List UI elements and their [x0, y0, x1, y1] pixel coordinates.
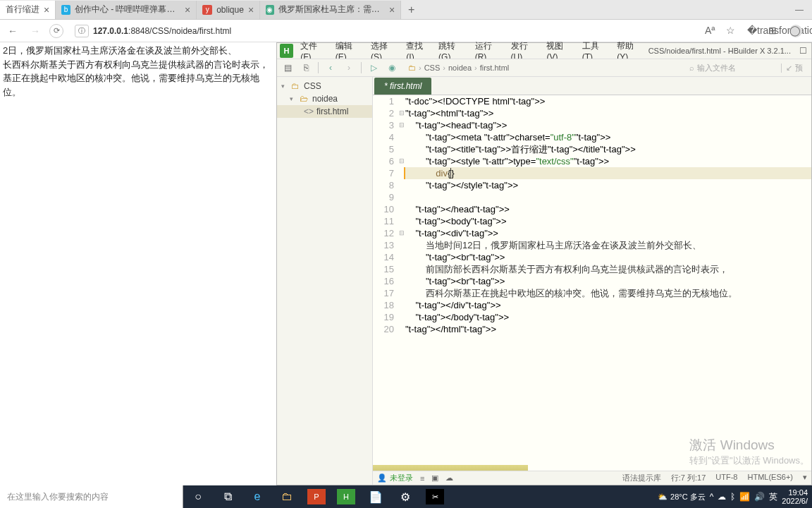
editor: * first.html 123456789101112131415161718…	[373, 77, 811, 485]
syntax-hint[interactable]: 语法提示库	[622, 473, 661, 483]
settings-icon[interactable]: ⚙	[390, 485, 420, 508]
clock[interactable]: 19:04 2022/6/	[782, 488, 808, 505]
ide-menubar: H 文件(F) 编辑(E) 选择(S) 查找(I) 跳转(G) 运行(R) 发行…	[277, 43, 811, 59]
explorer-icon[interactable]: 🗀	[272, 485, 302, 508]
login-status[interactable]: 👤未登录	[377, 473, 413, 483]
folder-open-icon: 🗁	[300, 94, 309, 104]
chevron-down-icon[interactable]: ▾	[281, 83, 288, 90]
horizontal-scrollbar[interactable]	[373, 465, 528, 471]
notepad-icon[interactable]: 📄	[361, 485, 390, 508]
weather-widget[interactable]: ⛅ 28°C 多云	[658, 492, 706, 502]
browser-tab-strip: 首行缩进 × b 创作中心 - 哔哩哔哩弹幕视频网 × y oblique × …	[0, 0, 812, 20]
weather-icon: ⛅	[658, 492, 668, 502]
html-file-icon: <>	[304, 107, 314, 116]
fold-gutter[interactable]: ⊟⊟⊟⊟	[398, 95, 405, 471]
indent-icon[interactable]: ≡	[420, 474, 424, 483]
new-tab-button[interactable]: +	[401, 4, 422, 16]
rendered-page: 2日，俄罗斯国家杜马主席沃洛金在谈及波兰前外交部长、 长西科尔斯基关于西方有权利…	[0, 42, 276, 485]
file-search-input[interactable]: ⌕ 输入文件名 ↙ 预	[689, 63, 808, 73]
system-tray: ⛅ 28°C 多云 ^ ☁ ᛒ 📶 🔊 英 19:04 2022/6/	[658, 488, 812, 505]
cloud-icon[interactable]: ☁	[445, 473, 453, 483]
ime-indicator[interactable]: 英	[769, 491, 777, 503]
editor-tab[interactable]: * first.html	[374, 78, 431, 95]
chevron-down-icon[interactable]: ▾	[803, 473, 807, 483]
breadcrumb: 🗀 › CSS › noidea › first.html	[408, 64, 509, 72]
browser-tab-3[interactable]: ◉ 俄罗斯国家杜马主席：需要维持… ×	[260, 1, 401, 19]
tree-root[interactable]: ▾ 🗀 CSS	[277, 80, 372, 92]
terminal-icon[interactable]: ▣	[431, 473, 438, 483]
close-icon[interactable]: ×	[389, 4, 395, 16]
toggle-sidebar-icon[interactable]: ▤	[280, 61, 295, 75]
ide-maximize-icon[interactable]: ☐	[795, 46, 811, 56]
chevron-down-icon[interactable]: ▾	[290, 95, 297, 102]
volume-icon[interactable]: 🔊	[754, 492, 765, 502]
wifi-icon[interactable]: 📶	[739, 492, 750, 502]
encoding[interactable]: UTF-8	[715, 473, 737, 483]
forward-button[interactable]: →	[27, 23, 44, 40]
folder-icon: 🗀	[291, 81, 301, 91]
site-info-icon[interactable]: ⓘ	[75, 25, 89, 37]
cloud-sync-icon[interactable]: ☁	[718, 492, 726, 502]
language-mode[interactable]: HTML(ES6+)	[748, 473, 794, 483]
user-icon: 👤	[377, 473, 387, 483]
favorites-bar-icon[interactable]: �transformations≡	[747, 25, 760, 37]
bilibili-icon: b	[61, 5, 70, 15]
close-icon[interactable]: ×	[248, 4, 254, 16]
ide-toolbar: ▤ ⎘ ‹ › ▷ ◉ 🗀 › CSS › noidea › first.htm…	[277, 59, 811, 77]
hbuilder-icon[interactable]: H	[337, 489, 355, 504]
close-icon[interactable]: ×	[44, 4, 49, 16]
bluetooth-icon[interactable]: ᛒ	[730, 492, 735, 502]
line-gutter: 1234567891011121314151617181920	[373, 95, 398, 471]
hbuilder-logo-icon: H	[280, 44, 293, 58]
tree-file[interactable]: <> first.html	[277, 105, 372, 118]
new-file-icon[interactable]: ⎘	[298, 61, 314, 75]
chevron-up-icon[interactable]: ^	[710, 492, 714, 502]
taskbar: 在这里输入你要搜索的内容 ○ ⧉ e 🗀 P H 📄 ⚙ ✂ ⛅ 28°C 多云…	[0, 485, 812, 508]
run-app-icon[interactable]: ◉	[384, 61, 400, 75]
globe-icon: ◉	[266, 5, 274, 15]
search-icon: ⌕	[689, 64, 694, 72]
edge-icon[interactable]: e	[242, 485, 272, 508]
tab-title: oblique	[216, 5, 244, 15]
tree-folder[interactable]: ▾ 🗁 noidea	[277, 92, 372, 105]
ide-window: H 文件(F) 编辑(E) 选择(S) 查找(I) 跳转(G) 运行(R) 发行…	[276, 42, 812, 485]
address-bar: ← → ⟳ ⓘ 127.0.0.1:8848/CSS/noidea/first.…	[0, 20, 812, 42]
browser-tab-1[interactable]: b 创作中心 - 哔哩哔哩弹幕视频网 ×	[56, 1, 197, 19]
reload-button[interactable]: ⟳	[49, 24, 63, 38]
cursor-position: 行:7 列:17	[671, 473, 706, 483]
cortana-icon[interactable]: ○	[183, 485, 213, 508]
capcut-icon[interactable]: ✂	[426, 489, 444, 504]
project-tree[interactable]: ▾ 🗀 CSS ▾ 🗁 noidea <> first.html	[277, 77, 373, 485]
tab-title: 首行缩进	[6, 4, 39, 16]
tab-title: 创作中心 - 哔哩哔哩弹幕视频网	[75, 4, 180, 16]
ide-window-title: CSS/noidea/first.html - HBuilder X 3.2.1…	[648, 47, 795, 55]
nav-back-icon[interactable]: ‹	[323, 61, 338, 75]
taskbar-search-input[interactable]: 在这里输入你要搜索的内容	[0, 485, 183, 508]
run-browser-icon[interactable]: ▷	[366, 61, 381, 75]
collections-icon[interactable]: ⊞	[768, 25, 781, 37]
ide-statusbar: 👤未登录 ≡ ▣ ☁ 语法提示库 行:7 列:17 UTF-8 HTML(ES6…	[373, 471, 811, 485]
close-icon[interactable]: ×	[185, 4, 190, 16]
back-button[interactable]: ←	[4, 23, 21, 40]
read-aloud-icon[interactable]: Aª	[705, 25, 718, 37]
tab-title: 俄罗斯国家杜马主席：需要维持…	[278, 4, 385, 16]
y-icon: y	[202, 5, 212, 15]
powerpoint-icon[interactable]: P	[307, 489, 326, 504]
browser-tab-0[interactable]: 首行缩进 ×	[0, 1, 56, 19]
nav-forward-icon[interactable]: ›	[341, 61, 357, 75]
minimize-button[interactable]: —	[787, 0, 812, 20]
favorite-icon[interactable]: ☆	[726, 25, 739, 37]
url-input[interactable]: ⓘ 127.0.0.1:8848/CSS/noidea/first.html	[69, 23, 699, 39]
windows-activation-watermark: 激活 Windows 转到"设置"以激活 Windows。	[689, 436, 809, 467]
browser-tab-2[interactable]: y oblique ×	[197, 1, 260, 19]
folder-icon: 🗀	[408, 64, 416, 72]
task-view-icon[interactable]: ⧉	[213, 485, 242, 508]
code-area[interactable]: 1234567891011121314151617181920 ⊟⊟⊟⊟ "t-…	[373, 95, 811, 471]
profile-icon[interactable]: ◯	[789, 25, 802, 37]
